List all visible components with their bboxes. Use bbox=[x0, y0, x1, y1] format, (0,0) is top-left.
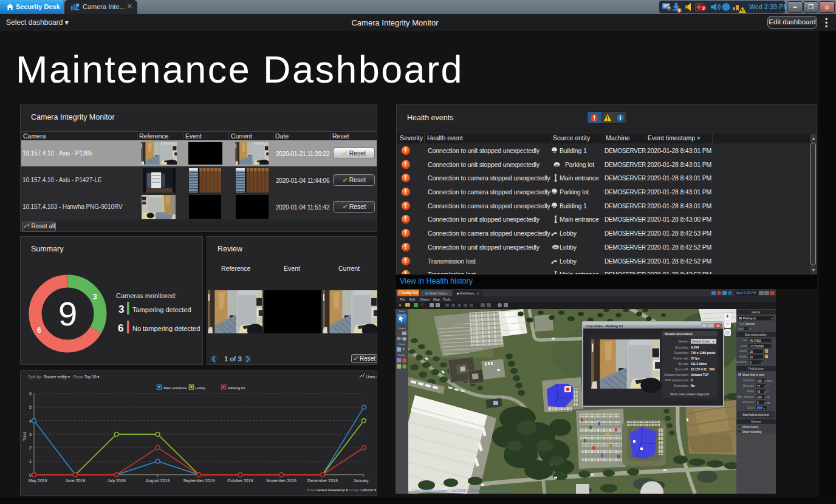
svg-text:May 2019: May 2019 bbox=[29, 478, 47, 483]
svg-text:16: 16 bbox=[750, 356, 753, 359]
svg-text:Show recording: Show recording bbox=[742, 431, 762, 434]
svg-text:45.47602: 45.47602 bbox=[750, 339, 761, 342]
svg-text:Bit rate:: Bit rate: bbox=[679, 362, 689, 366]
svg-text:200: 200 bbox=[757, 396, 762, 399]
svg-text:Main entrance: Main entrance bbox=[163, 386, 187, 390]
svg-text:July 2019: July 2019 bbox=[108, 478, 126, 483]
svg-text:Source IP:: Source IP: bbox=[675, 367, 689, 371]
svg-text:2: 2 bbox=[29, 446, 32, 450]
svg-text:°: ° bbox=[765, 361, 766, 364]
svg-text:Icon:: Icon: bbox=[738, 327, 744, 330]
svg-text:© 2020 Microsoft Corporation ©: © 2020 Microsoft Corporation © 2020 HERE… bbox=[412, 489, 511, 492]
svg-text:June 2019: June 2019 bbox=[66, 478, 86, 483]
svg-text:1: 1 bbox=[29, 459, 32, 463]
svg-text:Show motion: Show motion bbox=[742, 426, 759, 429]
svg-text:H.264: H.264 bbox=[691, 346, 699, 349]
svg-text:Stream information: Stream information bbox=[665, 332, 693, 336]
svg-text:-73.761633: -73.761633 bbox=[750, 345, 764, 348]
svg-text:November 2019: November 2019 bbox=[266, 478, 296, 483]
svg-text:Show:: Show: bbox=[73, 375, 84, 379]
svg-text:▾: ▾ bbox=[750, 327, 751, 330]
svg-text:▾: ▾ bbox=[764, 407, 765, 410]
svg-text:Size and ancillary: Size and ancillary bbox=[745, 333, 767, 336]
svg-text:100: 100 bbox=[757, 380, 762, 383]
svg-text:Encoding:: Encoding: bbox=[676, 346, 689, 349]
svg-text:Camera: Camera bbox=[751, 420, 761, 423]
svg-text:Unicast TCP: Unicast TCP bbox=[691, 373, 709, 376]
svg-text:Default (Live): Default (Live) bbox=[692, 340, 710, 343]
svg-text:Elevation:: Elevation: bbox=[742, 401, 755, 404]
svg-text:January: January bbox=[354, 478, 369, 483]
svg-text:Field of view: Field of view bbox=[748, 367, 764, 370]
svg-text:720 x 1280 pixels: 720 x 1280 pixels bbox=[691, 351, 716, 355]
svg-text:6: 6 bbox=[118, 322, 123, 334]
svg-text:m: m bbox=[767, 401, 770, 404]
svg-text:Source entity ▾: Source entity ▾ bbox=[44, 375, 70, 380]
svg-text:Direction:: Direction: bbox=[743, 384, 755, 387]
svg-text:Width:: Width: bbox=[747, 390, 755, 393]
svg-text:▾: ▾ bbox=[772, 317, 773, 320]
svg-text:Tampering detected: Tampering detected bbox=[132, 306, 191, 313]
svg-text:Stream:: Stream: bbox=[678, 339, 689, 343]
svg-text:Lines ▾: Lines ▾ bbox=[366, 375, 377, 379]
svg-text:m ▾: m ▾ bbox=[767, 380, 772, 383]
svg-text:December 2019: December 2019 bbox=[307, 478, 338, 483]
svg-text:Long:: Long: bbox=[741, 344, 747, 347]
svg-text:Frame rate:: Frame rate: bbox=[673, 356, 689, 360]
svg-text:No tampering detected: No tampering detected bbox=[132, 325, 200, 332]
svg-text:Camera: Camera bbox=[745, 322, 755, 325]
svg-text:Encryption:: Encryption: bbox=[674, 384, 689, 387]
svg-text:August 2019: August 2019 bbox=[146, 478, 170, 483]
svg-text:Total: Total bbox=[22, 432, 27, 441]
svg-text:Color:: Color: bbox=[747, 406, 755, 409]
svg-text:m: m bbox=[767, 396, 770, 399]
svg-text:25 fps: 25 fps bbox=[691, 356, 700, 360]
svg-text:Show video stream diagnosis: Show video stream diagnosis bbox=[670, 392, 710, 396]
svg-text:Group by:: Group by: bbox=[349, 488, 365, 492]
svg-text:Split by:: Split by: bbox=[28, 375, 42, 380]
svg-text:16: 16 bbox=[750, 350, 753, 353]
svg-text:4: 4 bbox=[29, 419, 32, 423]
svg-text:Show field of view: Show field of view bbox=[742, 373, 765, 376]
svg-text:Height:: Height: bbox=[739, 355, 747, 358]
svg-text:Month ▾: Month ▾ bbox=[363, 488, 376, 492]
svg-text:Identity: Identity bbox=[752, 311, 761, 314]
svg-text:111.2 kbit/s: 111.2 kbit/s bbox=[691, 362, 707, 366]
svg-text:Width:: Width: bbox=[739, 350, 747, 353]
svg-text:0: 0 bbox=[691, 378, 693, 382]
svg-text:9: 9 bbox=[58, 295, 77, 333]
svg-text:September 2019: September 2019 bbox=[183, 478, 215, 483]
svg-text:Type:: Type: bbox=[738, 322, 745, 325]
svg-text:75: 75 bbox=[757, 385, 761, 388]
svg-text:Network transport:: Network transport: bbox=[664, 373, 689, 376]
svg-text:5: 5 bbox=[29, 405, 32, 409]
svg-text:Cameras monitored:: Cameras monitored: bbox=[116, 292, 177, 299]
svg-text:Lobby: Lobby bbox=[196, 386, 205, 390]
svg-text:Rotation:: Rotation: bbox=[736, 361, 747, 364]
svg-text:Lat:: Lat: bbox=[742, 339, 747, 342]
svg-text:Distance:: Distance: bbox=[743, 379, 755, 382]
svg-text:Parking lot: Parking lot bbox=[228, 386, 245, 390]
svg-text:45: 45 bbox=[757, 390, 761, 393]
svg-text:0: 0 bbox=[29, 473, 32, 477]
svg-text:No: No bbox=[691, 384, 695, 387]
svg-text:3: 3 bbox=[702, 6, 705, 10]
svg-text:°: ° bbox=[767, 390, 769, 393]
svg-text:6: 6 bbox=[29, 392, 32, 396]
svg-text:Top 10 ▾: Top 10 ▾ bbox=[84, 375, 100, 380]
svg-text:RTP packets lost:: RTP packets lost: bbox=[665, 378, 689, 382]
svg-text:3: 3 bbox=[93, 293, 97, 301]
svg-text:10.157.4.11 : 560: 10.157.4.11 : 560 bbox=[691, 367, 714, 371]
svg-text:Parking lot: Parking lot bbox=[743, 317, 756, 320]
svg-text:°: ° bbox=[767, 385, 769, 388]
svg-text:3: 3 bbox=[29, 432, 32, 437]
svg-text:Start field of view test: Start field of view test bbox=[743, 414, 770, 417]
svg-text:X-Axis:: X-Axis: bbox=[307, 488, 318, 492]
svg-text:Max. distance:: Max. distance: bbox=[737, 395, 755, 398]
svg-text:Live video - Parking lot: Live video - Parking lot bbox=[586, 324, 623, 328]
svg-text:Resolution:: Resolution: bbox=[674, 351, 689, 355]
svg-text:Event timestamp ▾: Event timestamp ▾ bbox=[318, 488, 348, 492]
svg-text:October 2019: October 2019 bbox=[227, 478, 253, 483]
svg-text:6: 6 bbox=[37, 326, 41, 335]
svg-text:3: 3 bbox=[118, 304, 124, 315]
